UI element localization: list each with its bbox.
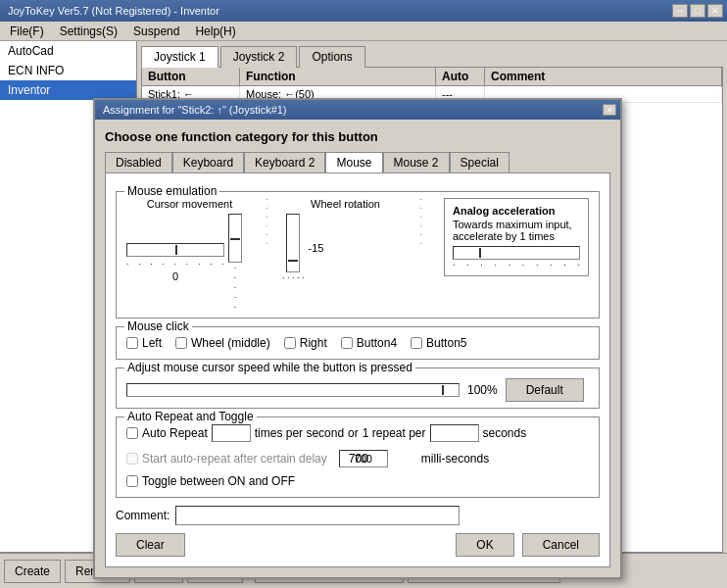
mouse-click-group: Mouse click Left Wheel (middle) Right <box>116 326 600 360</box>
wheel-ticks: · · · · · <box>282 272 305 282</box>
separator-dots: · · · · · · <box>259 198 276 247</box>
clear-button[interactable]: Clear <box>116 533 185 557</box>
cursor-label: Cursor movement <box>126 198 253 210</box>
label-button5: Button5 <box>426 336 466 350</box>
checkbox-left[interactable] <box>126 337 138 349</box>
analog-line2: accelerate by 1 times <box>453 230 580 242</box>
label-left: Left <box>142 336 162 350</box>
auto-repeat-group: Auto Repeat and Toggle Auto Repeat times… <box>116 416 600 498</box>
emulation-layout: Cursor movement ········· 0 <box>126 198 589 312</box>
wheel-value: -15 <box>309 242 324 254</box>
checkbox-button4[interactable] <box>341 337 353 349</box>
repeat-per-label: 1 repeat per <box>363 426 426 440</box>
comment-row: Comment: <box>116 506 600 525</box>
checkbox-start-delay <box>126 453 138 465</box>
default-button[interactable]: Default <box>506 378 584 402</box>
ok-cancel-group: OK Cancel <box>456 533 600 557</box>
times-per-second-input[interactable] <box>212 424 251 442</box>
checkbox-right[interactable] <box>284 337 296 349</box>
checkbox-auto-repeat[interactable] <box>126 427 138 439</box>
analog-line1: Towards maximum input, <box>453 219 580 230</box>
function-tabs: Disabled Keyboard Keyboard 2 Mouse Mouse… <box>105 152 610 172</box>
function-tab-content: Mouse emulation Cursor movement <box>105 172 610 567</box>
speed-value: 100% <box>467 383 498 397</box>
tab-mouse[interactable]: Mouse <box>325 152 382 172</box>
analog-slider[interactable] <box>453 246 580 260</box>
auto-repeat-label: Auto Repeat and Toggle <box>124 410 257 423</box>
wheel-section: Wheel rotation · · · · · -15 <box>282 198 409 282</box>
milliseconds-label: milli-seconds <box>421 452 489 466</box>
check-toggle[interactable]: Toggle between ON and OFF <box>126 474 589 488</box>
cancel-button[interactable]: Cancel <box>522 533 600 557</box>
auto-repeat-row: Auto Repeat times per second or 1 repeat… <box>126 423 589 443</box>
cursor-v-slider-container: ····· <box>228 214 242 312</box>
times-per-second-label: times per second <box>255 426 344 440</box>
label-start-delay: Start auto-repeat after certain delay <box>142 452 327 466</box>
modal-title: Assignment for "Stick2: ↑" (Joystick#1) <box>103 104 287 116</box>
label-button4: Button4 <box>357 336 397 350</box>
check-wheel[interactable]: Wheel (middle) <box>175 336 270 350</box>
cursor-v-ticks: ····· <box>234 263 237 312</box>
modal-overlay: Assignment for "Stick2: ↑" (Joystick#1) … <box>0 0 727 588</box>
wheel-slider-area: · · · · · -15 <box>282 214 409 282</box>
start-delay-row: Start auto-repeat after certain delay 70… <box>126 449 589 468</box>
cursor-sliders: ········· 0 ····· <box>126 214 253 312</box>
cursor-h-slider-container: ········· 0 <box>126 243 224 282</box>
label-toggle: Toggle between ON and OFF <box>142 474 295 488</box>
checkbox-wheel[interactable] <box>175 337 187 349</box>
check-button4[interactable]: Button4 <box>341 336 397 350</box>
cursor-h-ticks: ········· <box>126 259 224 269</box>
cursor-section: Cursor movement ········· 0 <box>126 198 253 312</box>
modal-body: Choose one function category for this bu… <box>95 120 620 577</box>
mouse-click-options: Left Wheel (middle) Right Button4 <box>126 333 589 353</box>
label-auto-repeat: Auto Repeat <box>142 426 208 440</box>
cursor-value: 0 <box>172 270 178 282</box>
separator-dots2: · · · · · · <box>414 198 428 247</box>
comment-input[interactable] <box>175 506 460 525</box>
check-auto-repeat[interactable]: Auto Repeat <box>126 426 208 440</box>
tab-special[interactable]: Special <box>450 152 509 172</box>
speed-group: Adjust mouse cursor speed while the butt… <box>116 368 600 409</box>
modal-close-button[interactable]: ✕ <box>603 104 616 116</box>
check-button5[interactable]: Button5 <box>411 336 466 350</box>
dialog-buttons: Clear OK Cancel <box>116 533 600 557</box>
modal-title-bar: Assignment for "Stick2: ↑" (Joystick#1) … <box>95 100 620 120</box>
repeat-per-input[interactable] <box>430 424 479 442</box>
tab-keyboard2[interactable]: Keyboard 2 <box>244 152 325 172</box>
speed-slider[interactable] <box>126 383 460 397</box>
ok-button[interactable]: OK <box>456 533 513 557</box>
wheel-label: Wheel rotation <box>282 198 409 210</box>
speed-label: Adjust mouse cursor speed while the butt… <box>124 361 415 374</box>
analog-accel-box: Analog acceleration Towards maximum inpu… <box>444 198 589 276</box>
mouse-emulation-label: Mouse emulation <box>124 184 219 198</box>
check-left[interactable]: Left <box>126 336 162 350</box>
speed-row: 100% Default <box>126 378 589 402</box>
analog-accel-label: Analog acceleration <box>453 205 580 217</box>
or-text: or <box>348 426 359 440</box>
comment-label: Comment: <box>116 509 170 522</box>
analog-ticks: ·········· <box>453 260 580 270</box>
label-right: Right <box>300 336 327 350</box>
mouse-click-label: Mouse click <box>124 319 192 333</box>
checkbox-button5[interactable] <box>411 337 422 349</box>
milliseconds-value: 700 <box>349 452 368 466</box>
mouse-emulation-group: Mouse emulation Cursor movement <box>116 191 600 318</box>
wheel-slider-container: · · · · · <box>282 214 305 282</box>
tab-disabled[interactable]: Disabled <box>105 152 172 172</box>
checkbox-toggle[interactable] <box>126 475 138 487</box>
modal-heading: Choose one function category for this bu… <box>105 129 610 144</box>
check-start-delay[interactable]: Start auto-repeat after certain delay <box>126 452 327 466</box>
cursor-v-slider[interactable] <box>228 214 242 263</box>
label-wheel: Wheel (middle) <box>191 336 270 350</box>
tab-keyboard[interactable]: Keyboard <box>172 152 244 172</box>
tab-mouse2[interactable]: Mouse 2 <box>383 152 450 172</box>
assignment-modal: Assignment for "Stick2: ↑" (Joystick#1) … <box>93 98 622 579</box>
cursor-h-slider[interactable] <box>126 243 224 257</box>
wheel-slider[interactable] <box>286 214 300 272</box>
seconds-label: seconds <box>483 426 527 440</box>
check-right[interactable]: Right <box>284 336 327 350</box>
